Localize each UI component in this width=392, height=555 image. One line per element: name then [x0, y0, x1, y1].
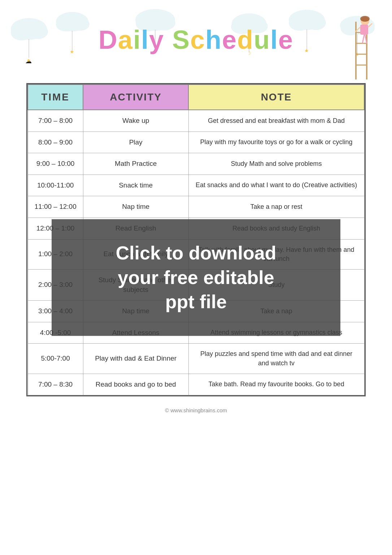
- svg-rect-38: [360, 25, 368, 35]
- cell-activity: Math Practice: [83, 153, 188, 175]
- cell-activity: Attend Lessons: [83, 322, 188, 344]
- page-title: Daily Schedule: [99, 25, 293, 55]
- cell-time: 3:00 – 4:00: [28, 301, 83, 322]
- table-row: 9:00 – 10:00Math PracticeStudy Math and …: [28, 153, 364, 175]
- cell-note: Play puzzles and spend time with dad and…: [188, 344, 364, 374]
- svg-text:★: ★: [304, 48, 309, 53]
- table-row: 4:00 -5:00Attend LessonsAttend swimming …: [28, 322, 364, 344]
- svg-point-7: [71, 18, 90, 31]
- cell-activity: Read English: [83, 218, 188, 239]
- table-row: 3:00 – 4:00Nap timeTake a nap: [28, 301, 364, 322]
- cell-time: 1:00 – 2:00: [28, 239, 83, 269]
- table-row: 2:00 – 3:00Study Science and other subje…: [28, 269, 364, 300]
- header-time: TIME: [28, 85, 83, 110]
- table-row: 8:00 – 9:00PlayPlay with my favourite to…: [28, 132, 364, 153]
- svg-point-19: [306, 16, 326, 30]
- cell-note: Study: [188, 269, 364, 300]
- cell-note: Take bath. Read my favourite books. Go t…: [188, 374, 364, 395]
- svg-point-2: [28, 25, 48, 39]
- svg-text:★: ★: [26, 57, 31, 63]
- cell-note: Read books and study English: [188, 218, 364, 239]
- cell-time: 5:00-7:00: [28, 344, 83, 374]
- svg-line-42: [368, 23, 372, 27]
- table-row: 7:00 – 8:30Read books and go to bedTake …: [28, 374, 364, 395]
- cell-time: 12:00 – 1:00: [28, 218, 83, 239]
- table-row: 7:00 – 8:00Wake upGet dressed and eat br…: [28, 110, 364, 132]
- table-row: 12:00 – 1:00Read EnglishRead books and s…: [28, 218, 364, 239]
- cell-activity: Study Science and other subjects: [83, 269, 188, 300]
- cell-activity: Play: [83, 132, 188, 153]
- table-row: 1:00 – 2:00Eat Lunch with familyTalk wit…: [28, 239, 364, 269]
- cell-time: 4:00 -5:00: [28, 322, 83, 344]
- table-header-row: TIME ACTIVITY NOTE: [28, 85, 364, 110]
- cell-note: Take a nap or rest: [188, 196, 364, 218]
- table-row: 11:00 – 12:00Nap timeTake a nap or rest: [28, 196, 364, 218]
- footer: © www.shiningbrains.com: [165, 407, 227, 413]
- footer-text: © www.shiningbrains.com: [165, 407, 227, 413]
- cell-time: 9:00 – 10:00: [28, 153, 83, 175]
- svg-line-39: [362, 35, 364, 43]
- table-row: 5:00-7:00Play with dad & Eat DinnerPlay …: [28, 344, 364, 374]
- cell-note: Eat snacks and do what I want to do (Cre…: [188, 175, 364, 196]
- header-note: NOTE: [188, 85, 364, 110]
- cell-activity: Nap time: [83, 301, 188, 322]
- table-row: 10:00-11:00Snack timeEat snacks and do w…: [28, 175, 364, 196]
- cell-time: 11:00 – 12:00: [28, 196, 83, 218]
- cell-note: Play with my favourite toys or go for a …: [188, 132, 364, 153]
- svg-point-43: [360, 16, 370, 22]
- header: ☁: [0, 0, 392, 79]
- cell-time: 10:00-11:00: [28, 175, 83, 196]
- cell-time: 7:00 – 8:00: [28, 110, 83, 132]
- cell-activity: Play with dad & Eat Dinner: [83, 344, 188, 374]
- cell-activity: Read books and go to bed: [83, 374, 188, 395]
- cell-activity: Wake up: [83, 110, 188, 132]
- cell-activity: Nap time: [83, 196, 188, 218]
- cell-time: 8:00 – 9:00: [28, 132, 83, 153]
- schedule-table-container: TIME ACTIVITY NOTE 7:00 – 8:00Wake upGet…: [26, 83, 366, 396]
- cell-activity: Eat Lunch with family: [83, 239, 188, 269]
- cell-note: Talk with family about my day. Have fun …: [188, 239, 364, 269]
- schedule-table: TIME ACTIVITY NOTE 7:00 – 8:00Wake upGet…: [27, 84, 365, 395]
- cell-time: 7:00 – 8:30: [28, 374, 83, 395]
- header-activity: ACTIVITY: [83, 85, 188, 110]
- cell-note: Get dressed and eat breakfast with mom &…: [188, 110, 364, 132]
- cell-note: Study Math and solve problems: [188, 153, 364, 175]
- cell-time: 2:00 – 3:00: [28, 269, 83, 300]
- cell-note: Attend swimming lessons or gymnastics cl…: [188, 322, 364, 344]
- cell-note: Take a nap: [188, 301, 364, 322]
- cell-activity: Snack time: [83, 175, 188, 196]
- svg-text:★: ★: [70, 49, 74, 55]
